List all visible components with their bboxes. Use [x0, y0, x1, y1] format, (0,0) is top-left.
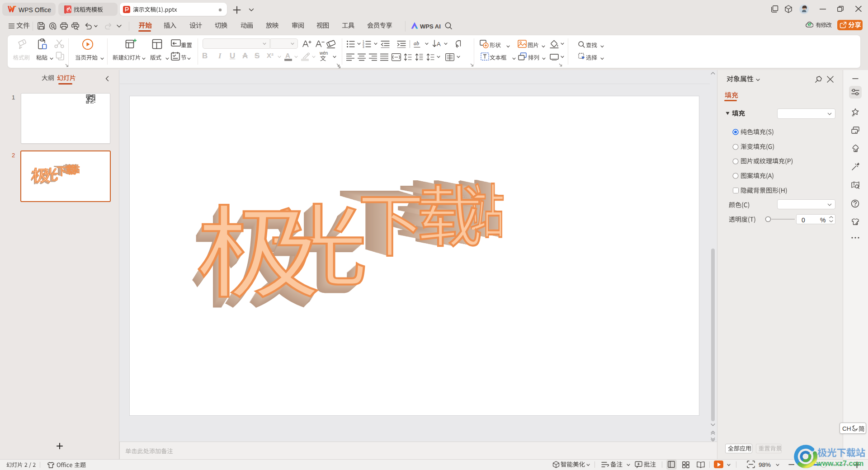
svg-text:ab: ab: [414, 40, 419, 47]
svg-text:wén: wén: [319, 51, 328, 56]
svg-text:3: 3: [363, 45, 364, 48]
svg-text:A: A: [437, 41, 441, 47]
